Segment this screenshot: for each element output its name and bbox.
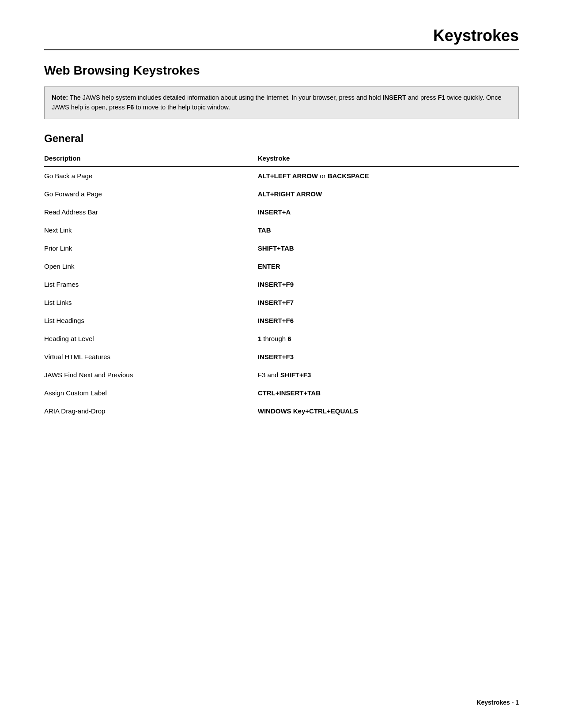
table-row: JAWS Find Next and PreviousF3 and SHIFT+… xyxy=(44,366,519,384)
col-description-header: Description xyxy=(44,152,258,167)
page-container: Keystrokes Web Browsing Keystrokes Note:… xyxy=(0,0,563,455)
keystroke-bold: SHIFT+F3 xyxy=(280,371,311,379)
keystroke-cell: 1 through 6 xyxy=(258,330,519,348)
keystroke-text: or xyxy=(318,172,328,180)
table-row: Read Address BarINSERT+A xyxy=(44,203,519,221)
page-footer: Keystrokes - 1 xyxy=(476,699,519,706)
keystroke-bold: ALT+RIGHT ARROW xyxy=(258,190,322,198)
note-bold1: INSERT xyxy=(383,94,406,101)
col-keystroke-header: Keystroke xyxy=(258,152,519,167)
keystroke-table: Description Keystroke Go Back a PageALT+… xyxy=(44,152,519,420)
keystroke-cell: F3 and SHIFT+F3 xyxy=(258,366,519,384)
keystroke-bold: ALT+LEFT ARROW xyxy=(258,172,318,180)
keystroke-bold: TAB xyxy=(258,226,271,234)
keystroke-text: through xyxy=(261,335,287,342)
note-text1: The JAWS help system includes detailed i… xyxy=(68,94,383,101)
keystroke-bold: INSERT+F7 xyxy=(258,299,294,306)
keystroke-bold: INSERT+F6 xyxy=(258,317,294,324)
title-section: Keystrokes xyxy=(44,26,519,50)
keystroke-bold: INSERT+F9 xyxy=(258,281,294,288)
keystroke-cell: ENTER xyxy=(258,257,519,275)
note-bold2: F1 xyxy=(438,94,446,101)
page-title: Keystrokes xyxy=(433,26,519,45)
note-text2: and press xyxy=(406,94,438,101)
keystroke-bold: SHIFT+TAB xyxy=(258,244,294,252)
description-cell: List Headings xyxy=(44,311,258,330)
description-cell: Virtual HTML Features xyxy=(44,348,258,366)
keystroke-bold: 1 xyxy=(258,335,261,342)
keystroke-bold: INSERT+F3 xyxy=(258,353,294,360)
table-row: Go Forward a PageALT+RIGHT ARROW xyxy=(44,185,519,203)
keystroke-cell: SHIFT+TAB xyxy=(258,239,519,257)
keystroke-cell: INSERT+F9 xyxy=(258,275,519,293)
keystroke-text: F3 xyxy=(258,371,266,379)
description-cell: List Frames xyxy=(44,275,258,293)
description-cell: Go Back a Page xyxy=(44,166,258,185)
table-row: Heading at Level1 through 6 xyxy=(44,330,519,348)
keystroke-cell: CTRL+INSERT+TAB xyxy=(258,384,519,402)
keystroke-cell: WINDOWS Key+CTRL+EQUALS xyxy=(258,402,519,420)
note-label: Note: xyxy=(52,94,68,101)
description-cell: List Links xyxy=(44,293,258,311)
table-row: List HeadingsINSERT+F6 xyxy=(44,311,519,330)
description-cell: Open Link xyxy=(44,257,258,275)
note-text4: to move to the help topic window. xyxy=(134,104,230,111)
keystroke-cell: ALT+RIGHT ARROW xyxy=(258,185,519,203)
table-row: Open LinkENTER xyxy=(44,257,519,275)
keystroke-bold: CTRL+INSERT+TAB xyxy=(258,389,321,397)
description-cell: JAWS Find Next and Previous xyxy=(44,366,258,384)
keystroke-bold: WINDOWS Key+CTRL+EQUALS xyxy=(258,407,359,415)
table-row: Virtual HTML FeaturesINSERT+F3 xyxy=(44,348,519,366)
keystroke-bold: 6 xyxy=(287,335,291,342)
keystroke-cell: INSERT+F3 xyxy=(258,348,519,366)
table-row: Next LinkTAB xyxy=(44,221,519,239)
table-row: List FramesINSERT+F9 xyxy=(44,275,519,293)
keystroke-cell: TAB xyxy=(258,221,519,239)
description-cell: Heading at Level xyxy=(44,330,258,348)
table-row: List LinksINSERT+F7 xyxy=(44,293,519,311)
keystroke-bold: BACKSPACE xyxy=(328,172,369,180)
description-cell: Next Link xyxy=(44,221,258,239)
keystroke-cell: INSERT+A xyxy=(258,203,519,221)
keystroke-bold: INSERT+A xyxy=(258,208,291,216)
table-row: Prior LinkSHIFT+TAB xyxy=(44,239,519,257)
table-row: ARIA Drag-and-DropWINDOWS Key+CTRL+EQUAL… xyxy=(44,402,519,420)
keystroke-cell: INSERT+F7 xyxy=(258,293,519,311)
note-box: Note: The JAWS help system includes deta… xyxy=(44,86,519,119)
keystroke-text: and xyxy=(265,371,280,379)
description-cell: Read Address Bar xyxy=(44,203,258,221)
keystroke-bold: ENTER xyxy=(258,263,280,270)
keystroke-cell: ALT+LEFT ARROW or BACKSPACE xyxy=(258,166,519,185)
note-bold3: F6 xyxy=(127,104,134,111)
table-row: Assign Custom LabelCTRL+INSERT+TAB xyxy=(44,384,519,402)
description-cell: Assign Custom Label xyxy=(44,384,258,402)
main-heading: Web Browsing Keystrokes xyxy=(44,64,519,78)
description-cell: Go Forward a Page xyxy=(44,185,258,203)
description-cell: Prior Link xyxy=(44,239,258,257)
keystroke-cell: INSERT+F6 xyxy=(258,311,519,330)
section-heading: General xyxy=(44,132,519,145)
description-cell: ARIA Drag-and-Drop xyxy=(44,402,258,420)
table-row: Go Back a PageALT+LEFT ARROW or BACKSPAC… xyxy=(44,166,519,185)
